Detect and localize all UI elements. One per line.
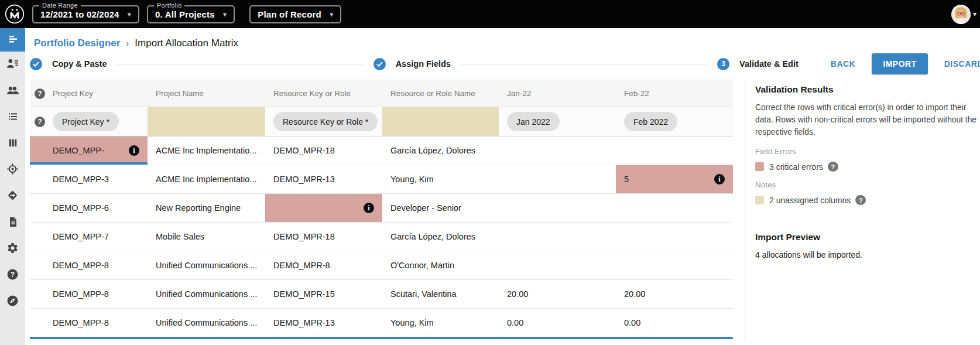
- table-cell[interactable]: [616, 136, 733, 165]
- table-cell[interactable]: Young, Kim: [382, 165, 499, 193]
- assignment-cell[interactable]: Resource Key or Role *: [265, 107, 382, 136]
- table-cell[interactable]: DEMO_MPP-8: [30, 280, 148, 308]
- table-cell[interactable]: [499, 223, 616, 251]
- table-cell[interactable]: New Reporting Engine: [148, 194, 265, 222]
- user-menu-caret-icon[interactable]: ▾: [973, 10, 976, 18]
- assignment-cell[interactable]: Feb 2022: [616, 107, 733, 136]
- field-chip[interactable]: Project Key *: [53, 112, 119, 131]
- table-cell[interactable]: García López, Dolores: [382, 223, 499, 251]
- assignment-cell[interactable]: Jan 2022: [499, 107, 616, 136]
- step-done-check-icon: [30, 58, 42, 70]
- table-cell[interactable]: Mobile Sales: [148, 223, 265, 251]
- import-button[interactable]: IMPORT: [872, 53, 927, 74]
- user-avatar[interactable]: [951, 5, 971, 24]
- error-cell[interactable]: i: [265, 194, 382, 222]
- table-cell[interactable]: DEMO_MPR-18: [265, 136, 382, 165]
- table-cell[interactable]: García López, Dolores: [382, 136, 499, 165]
- table-cell[interactable]: [499, 165, 616, 193]
- table-cell[interactable]: [616, 251, 733, 279]
- table-cell[interactable]: [499, 251, 616, 279]
- table-cell[interactable]: DEMO_MPP-6: [30, 194, 148, 222]
- column-help-icon[interactable]: ?: [35, 117, 45, 127]
- unassigned-column-cell[interactable]: [382, 107, 499, 136]
- table-cell[interactable]: DEMO_MPR-18: [265, 223, 382, 251]
- list-icon: [7, 111, 19, 125]
- table-cell[interactable]: O'Connor, Martin: [382, 251, 499, 279]
- sidebar-item-board-columns[interactable]: [0, 131, 25, 157]
- error-cell[interactable]: DEMO_MPP-i: [30, 136, 148, 165]
- table-cell[interactable]: ACME Inc Implementatio...: [148, 165, 265, 193]
- table-cell[interactable]: DEMO_MPP-8: [30, 309, 148, 337]
- table-cell[interactable]: Unified Communications ...: [148, 309, 265, 337]
- portfolio-dropdown[interactable]: Portfolio 0. All Projects ▾: [147, 5, 235, 23]
- table-cell[interactable]: DEMO_MPR-13: [265, 309, 382, 337]
- report-document-icon: [7, 216, 19, 230]
- step-number-icon: 3: [717, 58, 729, 70]
- table-cell[interactable]: DEMO_MPR-13: [265, 165, 382, 193]
- sidebar-item-explore-compass[interactable]: [0, 289, 25, 315]
- table-cell[interactable]: ACME Inc Implementatio...: [148, 136, 265, 165]
- import-stepper: Copy & Paste Assign Fields 3 Validate & …: [30, 52, 980, 76]
- step-connector: [460, 64, 708, 64]
- error-info-icon[interactable]: i: [364, 203, 374, 213]
- step-assign-fields[interactable]: Assign Fields: [374, 58, 451, 70]
- sidebar-item-list[interactable]: [0, 104, 25, 131]
- breadcrumb-portfolio-designer[interactable]: Portfolio Designer: [34, 37, 120, 49]
- error-info-icon[interactable]: i: [714, 174, 725, 185]
- milestone-diamond-icon: [6, 189, 19, 204]
- step-validate-and-edit[interactable]: 3 Validate & Edit: [717, 58, 799, 70]
- table-row: DEMO_MPP-7Mobile SalesDEMO_MPR-18García …: [30, 223, 733, 251]
- field-chip[interactable]: Jan 2022: [507, 112, 560, 131]
- table-cell[interactable]: Unified Communications ...: [148, 280, 265, 308]
- table-cell[interactable]: [499, 194, 616, 222]
- scenario-value: Plan of Record: [258, 9, 321, 19]
- table-cell[interactable]: [616, 194, 733, 222]
- field-chip[interactable]: Resource Key or Role *: [273, 112, 378, 131]
- sidebar-item-portfolio-designer[interactable]: [0, 28, 25, 52]
- table-cell[interactable]: DEMO_MPP-7: [30, 223, 148, 251]
- validation-panel: Validation Results Correct the rows with…: [745, 80, 980, 340]
- table-cell[interactable]: DEMO_MPP-8: [30, 251, 148, 279]
- scenario-dropdown[interactable]: Plan of Record ▾: [249, 5, 341, 23]
- avatar-image: [951, 5, 971, 24]
- table-cell[interactable]: Young, Kim: [382, 309, 499, 337]
- table-cell[interactable]: [499, 136, 616, 165]
- sidebar-item-settings-gear[interactable]: [0, 236, 25, 262]
- table-cell[interactable]: 20.00: [499, 280, 616, 308]
- table-cell[interactable]: Scutari, Valentina: [382, 280, 499, 308]
- field-error-item: 3 critical errors ?: [755, 162, 980, 172]
- discard-button[interactable]: DISCARD: [944, 59, 980, 69]
- unassigned-column-cell[interactable]: [148, 107, 265, 136]
- step-copy-and-paste[interactable]: Copy & Paste: [30, 58, 107, 70]
- sidebar-item-goal-target[interactable]: [0, 157, 25, 183]
- step-done-check-icon: [374, 58, 386, 70]
- error-cell[interactable]: 5i: [616, 165, 733, 193]
- team-people-icon: [6, 84, 19, 98]
- table-cell[interactable]: [616, 223, 733, 251]
- meisterplan-logo[interactable]: [5, 4, 25, 24]
- sidebar-item-team-people[interactable]: [0, 78, 25, 104]
- table-cell[interactable]: Unified Communications ...: [148, 251, 265, 279]
- sidebar-item-resource-person[interactable]: [0, 52, 25, 78]
- back-button[interactable]: BACK: [831, 59, 855, 69]
- table-cell[interactable]: Developer - Senior: [382, 194, 499, 222]
- import-preview-title: Import Preview: [755, 232, 980, 242]
- date-range-dropdown[interactable]: Date Range 12/2021 to 02/2024 ▾: [32, 5, 139, 23]
- table-cell[interactable]: DEMO_MPR-8: [265, 251, 382, 279]
- table-cell[interactable]: 20.00: [616, 280, 733, 308]
- step-label: Assign Fields: [396, 59, 451, 69]
- field-chip[interactable]: Feb 2022: [624, 112, 677, 131]
- table-cell[interactable]: 0.00: [616, 309, 733, 337]
- sidebar-item-milestone-diamond[interactable]: [0, 183, 25, 210]
- assignment-cell[interactable]: ?Project Key *: [30, 107, 148, 136]
- sidebar-item-report-document[interactable]: [0, 210, 25, 236]
- table-cell[interactable]: DEMO_MPR-15: [265, 280, 382, 308]
- help-icon[interactable]: ?: [855, 195, 866, 205]
- error-color-swatch: [755, 162, 764, 171]
- table-cell[interactable]: 0.00: [499, 309, 616, 337]
- error-info-icon[interactable]: i: [129, 145, 139, 156]
- sidebar-item-help[interactable]: ?: [0, 262, 25, 289]
- column-help-icon[interactable]: ?: [35, 88, 45, 99]
- help-icon[interactable]: ?: [828, 162, 838, 172]
- table-cell[interactable]: DEMO_MPP-3: [30, 165, 148, 193]
